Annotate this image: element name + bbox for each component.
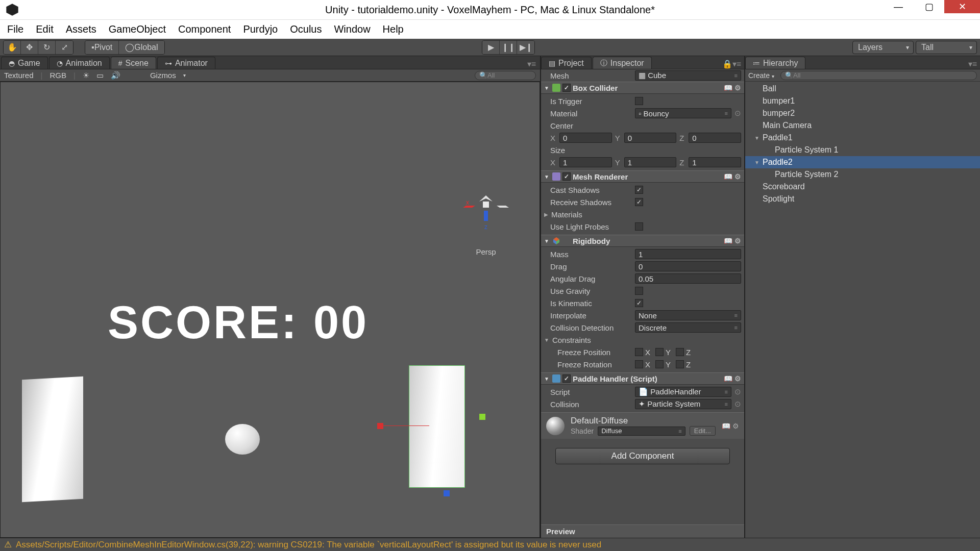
window-close-button[interactable]: ✕ <box>944 0 980 13</box>
hierarchy-item[interactable]: bumper2 <box>745 107 980 119</box>
gear-icon[interactable]: ⚙ <box>734 374 741 383</box>
hierarchy-item[interactable]: ▼Paddle1 <box>745 132 980 144</box>
layout-dropdown[interactable]: Tall <box>916 41 977 54</box>
mass-input[interactable]: 1 <box>635 249 741 259</box>
gear-icon[interactable]: ⚙ <box>734 172 741 181</box>
tab-animator[interactable]: ⊶Animator <box>157 57 215 69</box>
tab-game[interactable]: ◓Game <box>1 57 48 69</box>
box-collider-enable-checkbox[interactable]: ✓ <box>562 84 571 92</box>
script-field[interactable]: 📄 PaddleHandler <box>635 387 731 397</box>
size-z-input[interactable]: 1 <box>689 157 741 167</box>
help-icon[interactable]: 📖 <box>724 172 732 181</box>
gizmo-y-handle[interactable] <box>479 414 485 420</box>
skybox-icon[interactable]: ▭ <box>96 71 104 80</box>
constraints-label[interactable]: Constraints <box>552 336 628 344</box>
freezerot-y-checkbox[interactable] <box>655 360 664 368</box>
tab-scene[interactable]: #Scene <box>111 57 156 69</box>
tab-inspector[interactable]: ⓘInspector <box>593 57 652 69</box>
gear-icon[interactable]: ⚙ <box>734 237 741 245</box>
freezerot-x-checkbox[interactable] <box>635 360 643 368</box>
step-button[interactable]: ▶❙ <box>517 41 534 54</box>
help-icon[interactable]: 📖 <box>724 374 732 383</box>
center-y-input[interactable]: 0 <box>624 133 677 143</box>
hierarchy-item[interactable]: Spotlight <box>745 193 980 205</box>
help-icon[interactable]: 📖 <box>724 237 732 245</box>
scene-search-input[interactable]: 🔍All <box>475 71 536 80</box>
mesh-renderer-header[interactable]: ▼ ✓ Mesh Renderer 📖⚙ <box>541 170 744 183</box>
menu-file[interactable]: File <box>7 23 23 35</box>
create-dropdown[interactable]: Create ▾ <box>748 71 774 80</box>
gear-icon[interactable]: ⚙ <box>734 84 741 92</box>
freezepos-y-checkbox[interactable] <box>655 348 664 356</box>
hierarchy-menu-icon[interactable]: ▾≡ <box>965 59 980 69</box>
gizmo-z-handle[interactable] <box>444 490 450 496</box>
menu-gameobject[interactable]: GameObject <box>109 23 166 35</box>
freezepos-z-checkbox[interactable] <box>676 348 684 356</box>
meshrenderer-enable-checkbox[interactable]: ✓ <box>562 172 571 181</box>
tab-hierarchy[interactable]: ≔Hierarchy <box>745 57 805 69</box>
recvshadows-checkbox[interactable]: ✓ <box>635 198 643 206</box>
menu-purdyjo[interactable]: Purdyjo <box>243 23 278 35</box>
paddlehandler-enable-checkbox[interactable]: ✓ <box>562 374 571 383</box>
shader-dropdown[interactable]: Diffuse <box>598 427 685 436</box>
rigidbody-header[interactable]: ▼ Rigidbody 📖⚙ <box>541 235 744 247</box>
lightprobes-checkbox[interactable] <box>635 222 643 231</box>
istrigger-checkbox[interactable] <box>635 97 643 105</box>
collision-field[interactable]: ✦ Particle System <box>635 399 731 409</box>
menu-edit[interactable]: Edit <box>36 23 53 35</box>
gizmos-dropdown[interactable]: Gizmos <box>150 71 176 80</box>
help-icon[interactable]: 📖 <box>722 422 730 430</box>
tool-hand-button[interactable]: ✋ <box>4 41 21 54</box>
hierarchy-item[interactable]: Particle System 2 <box>745 168 980 181</box>
audio-icon[interactable]: 🔊 <box>111 71 120 80</box>
menu-window[interactable]: Window <box>334 23 370 35</box>
hierarchy-item[interactable]: ▼Paddle2 <box>745 156 980 168</box>
center-x-input[interactable]: 0 <box>559 133 612 143</box>
global-toggle-button[interactable]: ◯ Global <box>119 41 164 54</box>
angulardrag-input[interactable]: 0.05 <box>635 273 741 284</box>
size-y-input[interactable]: 1 <box>624 157 677 167</box>
hierarchy-item[interactable]: Particle System 1 <box>745 144 980 156</box>
interpolate-dropdown[interactable]: None <box>635 310 741 320</box>
box-collider-header[interactable]: ▼ ✓ Box Collider 📖⚙ <box>541 82 744 94</box>
freezerot-z-checkbox[interactable] <box>676 360 684 368</box>
tool-scale-button[interactable]: ⤢ <box>56 41 73 54</box>
tab-menu-icon[interactable]: ▾≡ <box>524 59 539 69</box>
menu-assets[interactable]: Assets <box>66 23 96 35</box>
window-minimize-button[interactable]: — <box>883 0 914 13</box>
gizmo-x-handle[interactable] <box>377 423 383 429</box>
shading-dropdown[interactable]: Textured <box>4 71 34 80</box>
freezepos-x-checkbox[interactable] <box>635 348 643 356</box>
tab-animation[interactable]: ◔Animation <box>49 57 110 69</box>
menu-oculus[interactable]: Oculus <box>290 23 322 35</box>
size-x-input[interactable]: 1 <box>559 157 612 167</box>
center-z-input[interactable]: 0 <box>689 133 741 143</box>
layers-dropdown[interactable]: Layers <box>852 41 914 54</box>
add-component-button[interactable]: Add Component <box>555 448 730 464</box>
castshadows-checkbox[interactable]: ✓ <box>635 186 643 194</box>
pause-button[interactable]: ❙❙ <box>500 41 517 54</box>
shader-edit-button[interactable]: Edit... <box>690 426 716 436</box>
light-icon[interactable]: ☀ <box>83 71 89 80</box>
hierarchy-item[interactable]: Scoreboard <box>745 181 980 193</box>
orientation-gizmo[interactable]: x z Persp <box>463 184 509 256</box>
tool-rotate-button[interactable]: ↻ <box>38 41 56 54</box>
physic-material-field[interactable]: ▫ Bouncy <box>635 108 731 118</box>
window-maximize-button[interactable]: ▢ <box>914 0 944 13</box>
menu-component[interactable]: Component <box>178 23 231 35</box>
tool-move-button[interactable]: ✥ <box>21 41 38 54</box>
materials-label[interactable]: Materials <box>551 210 627 219</box>
color-dropdown[interactable]: RGB <box>50 71 66 80</box>
hierarchy-item[interactable]: Ball <box>745 83 980 95</box>
persp-label[interactable]: Persp <box>463 247 509 256</box>
pivot-toggle-button[interactable]: ▪ Pivot <box>85 41 119 54</box>
hierarchy-item[interactable]: Main Camera <box>745 119 980 132</box>
hierarchy-search-input[interactable]: 🔍All <box>780 71 977 80</box>
collisiondetect-dropdown[interactable]: Discrete <box>635 322 741 333</box>
preview-header[interactable]: Preview <box>541 524 744 538</box>
play-button[interactable]: ▶ <box>482 41 500 54</box>
scene-view[interactable]: SCORE: 00 x z <box>0 82 540 538</box>
hierarchy-item[interactable]: bumper1 <box>745 95 980 107</box>
kinematic-checkbox[interactable]: ✓ <box>635 299 643 307</box>
menu-help[interactable]: Help <box>383 23 404 35</box>
